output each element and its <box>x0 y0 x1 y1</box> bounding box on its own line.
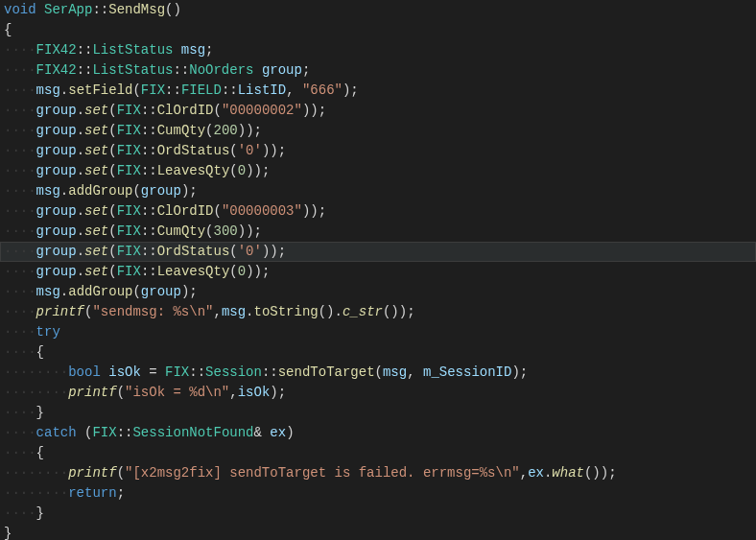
code-line[interactable]: ········printf("[x2msg2fix] sendToTarget… <box>0 463 756 483</box>
token-fn: SendMsg <box>108 2 165 17</box>
token-pun: :: <box>141 163 157 178</box>
token-ws: ···· <box>4 284 36 299</box>
code-line[interactable]: ····FIX42::ListStatus::NoOrders group; <box>0 60 756 81</box>
token-pun: . <box>77 223 84 239</box>
token-pun: ); <box>181 284 198 299</box>
token-ws: ···· <box>4 445 36 460</box>
code-line[interactable]: void SerApp::SendMsg() <box>0 0 756 20</box>
token-ws: ···· <box>4 304 36 319</box>
token-pun: :: <box>141 143 157 158</box>
token-fn: setField <box>68 82 132 98</box>
token-pun: :: <box>222 82 238 98</box>
code-line[interactable]: ····} <box>0 504 756 524</box>
token-ws: ···· <box>4 123 36 138</box>
token-ws: ···· <box>36 465 69 481</box>
token-fni: printf <box>68 385 116 400</box>
token-cls: FIELD <box>181 82 222 98</box>
token-var: msg <box>36 183 60 199</box>
token-var: group <box>36 103 77 118</box>
code-line[interactable]: ····group.set(FIX::LeavesQty(0)); <box>0 161 756 181</box>
token-pun: . <box>60 183 68 199</box>
token-pun: ()); <box>383 304 415 319</box>
token-str: "00000002" <box>222 103 302 118</box>
token-num: 300 <box>214 223 238 239</box>
code-line[interactable]: ····try <box>0 322 756 342</box>
token-fn: sendToTarget <box>278 364 375 380</box>
token-pun: } <box>36 505 44 521</box>
code-line[interactable]: ····catch (FIX::SessionNotFound& ex) <box>0 423 756 443</box>
token-pun: . <box>77 203 84 219</box>
token-str: '0' <box>238 244 262 259</box>
token-ws: ···· <box>4 405 36 420</box>
code-line[interactable]: ····group.set(FIX::OrdStatus('0')); <box>0 141 756 161</box>
token-pun: ( <box>205 223 213 239</box>
token-pun: :: <box>141 244 157 259</box>
token-pun: } <box>36 405 44 420</box>
code-line[interactable]: ····msg.addGroup(group); <box>0 181 756 201</box>
token-ws: ···· <box>4 203 36 219</box>
code-editor[interactable]: void SerApp::SendMsg(){····FIX42::ListSt… <box>0 0 756 540</box>
token-fni: set <box>84 143 108 158</box>
token-pun: . <box>77 103 84 118</box>
code-line[interactable]: } <box>0 524 756 540</box>
code-line[interactable]: ····group.set(FIX::OrdStatus('0')); <box>0 242 756 262</box>
code-line[interactable]: ····msg.addGroup(group); <box>0 282 756 302</box>
token-pun: ); <box>343 82 359 98</box>
token-var: ex <box>270 425 286 440</box>
token-kw: catch <box>36 425 77 440</box>
token-pun <box>173 42 180 58</box>
token-pun: )); <box>302 203 326 219</box>
token-pun: :: <box>141 123 157 138</box>
token-pun: , <box>213 304 221 319</box>
code-line[interactable]: { <box>0 20 756 40</box>
token-pun: ); <box>270 385 286 400</box>
code-line[interactable]: ········printf("isOk = %d\n",isOk); <box>0 383 756 403</box>
token-pun: & <box>254 425 271 440</box>
token-ws: ···· <box>4 425 36 440</box>
code-line[interactable]: ····msg.setField(FIX::FIELD::ListID, "66… <box>0 81 756 101</box>
token-pun: ( <box>229 244 237 259</box>
token-fni: set <box>84 103 108 118</box>
token-str: "666" <box>302 82 343 98</box>
token-fni: set <box>84 223 108 239</box>
token-pun: )); <box>302 103 326 118</box>
code-line[interactable]: ····group.set(FIX::ClOrdID("00000002")); <box>0 101 756 121</box>
token-cls: ListStatus <box>92 62 173 78</box>
token-pun: . <box>77 143 84 158</box>
code-line[interactable]: ········return; <box>0 483 756 504</box>
code-line[interactable]: ····group.set(FIX::CumQty(300)); <box>0 222 756 242</box>
token-pun: :: <box>92 2 108 17</box>
code-line[interactable]: ····} <box>0 403 756 423</box>
code-line[interactable]: ········bool isOk = FIX::Session::sendTo… <box>0 363 756 383</box>
token-fni: printf <box>36 304 84 319</box>
token-ws: ···· <box>4 244 36 259</box>
token-ws: ···· <box>4 364 36 380</box>
token-fn: OrdStatus <box>157 143 230 158</box>
token-pun: )); <box>238 123 262 138</box>
token-ws: ···· <box>4 344 36 360</box>
token-pun: ( <box>229 143 237 158</box>
token-var: group <box>36 143 77 158</box>
code-line[interactable]: ····printf("sendmsg: %s\n",msg.toString(… <box>0 302 756 322</box>
token-pun: ( <box>117 465 125 481</box>
token-pun <box>253 62 261 78</box>
code-line[interactable]: ····group.set(FIX::LeavesQty(0)); <box>0 262 756 282</box>
token-ws: ···· <box>4 62 36 78</box>
token-fni: set <box>84 264 108 279</box>
code-line[interactable]: ····group.set(FIX::ClOrdID("00000003")); <box>0 201 756 222</box>
token-pun: ( <box>214 203 222 219</box>
token-pun: )); <box>262 143 286 158</box>
token-pun: ); <box>511 364 528 380</box>
code-line[interactable]: ····FIX42::ListStatus msg; <box>0 40 756 60</box>
token-fn: toString <box>254 304 319 319</box>
code-line[interactable]: ····group.set(FIX::CumQty(200)); <box>0 121 756 141</box>
code-line[interactable]: ····{ <box>0 443 756 463</box>
code-line[interactable]: ····{ <box>0 342 756 363</box>
token-pun <box>36 2 44 17</box>
token-pun: :: <box>141 103 157 118</box>
token-var: group <box>36 223 77 239</box>
token-ws: ···· <box>4 223 36 239</box>
token-ws: ···· <box>4 183 36 199</box>
token-pun: ); <box>181 183 198 199</box>
token-num: 0 <box>238 264 246 279</box>
